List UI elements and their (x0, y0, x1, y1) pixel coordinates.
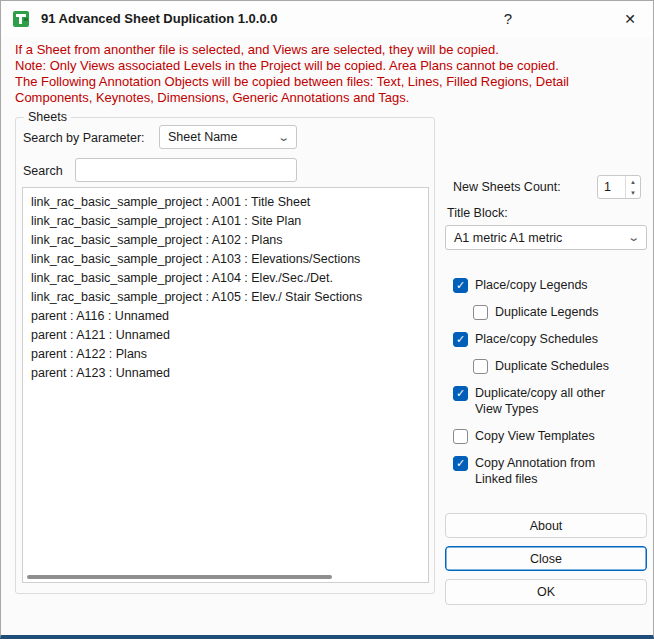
sheet-listbox[interactable]: link_rac_basic_sample_project : A001 : T… (22, 187, 429, 583)
spinner-buttons: ▲ ▼ (625, 176, 640, 198)
list-item[interactable]: parent : A122 : Plans (23, 344, 428, 363)
checkbox-checked-icon: ✓ (453, 386, 468, 401)
checkbox-duplicate-legends[interactable]: Duplicate Legends (473, 304, 649, 320)
notice-line-3: The Following Annotation Objects will be… (15, 74, 645, 106)
ok-button[interactable]: OK (445, 579, 647, 605)
chevron-down-icon: ⌄ (627, 231, 640, 244)
search-label: Search (23, 164, 63, 178)
checkbox-duplicate-schedules[interactable]: Duplicate Schedules (473, 358, 649, 374)
checkbox-checked-icon: ✓ (453, 456, 468, 471)
title-block-dropdown-value: A1 metric A1 metric (454, 231, 562, 245)
dialog-window: 91 Advanced Sheet Duplication 1.0.0.0 ? … (0, 0, 654, 639)
search-input[interactable] (75, 158, 297, 182)
notice-text: If a Sheet from anonther file is selecte… (15, 42, 645, 106)
title-bar: 91 Advanced Sheet Duplication 1.0.0.0 ? … (1, 1, 653, 37)
checkbox-checked-icon: ✓ (453, 332, 468, 347)
checkbox-copy-annotation-from-linked-files[interactable]: ✓Copy Annotation from Linked files (453, 455, 649, 487)
new-sheets-count-spinner[interactable]: 1 ▲ ▼ (597, 175, 641, 199)
sheet-list: link_rac_basic_sample_project : A001 : T… (23, 192, 428, 382)
parameter-dropdown[interactable]: Sheet Name ⌄ (159, 125, 297, 149)
checkbox-label: Copy View Templates (475, 428, 595, 444)
chevron-down-icon: ⌄ (277, 131, 290, 144)
list-item[interactable]: parent : A123 : Unnamed (23, 363, 428, 382)
checkbox-label: Copy Annotation from Linked files (475, 455, 627, 487)
list-item[interactable]: link_rac_basic_sample_project : A105 : E… (23, 287, 428, 306)
checkbox-unchecked-icon (453, 429, 468, 444)
parameter-dropdown-value: Sheet Name (168, 130, 237, 144)
checkbox-label: Place/copy Legends (475, 277, 588, 293)
new-sheets-count-value: 1 (598, 176, 625, 198)
scrollbar-thumb[interactable] (27, 575, 332, 579)
window-title: 91 Advanced Sheet Duplication 1.0.0.0 (41, 11, 278, 26)
notice-line-1: If a Sheet from anonther file is selecte… (15, 42, 645, 58)
checkbox-unchecked-icon (473, 305, 488, 320)
list-item[interactable]: parent : A116 : Unnamed (23, 306, 428, 325)
checkbox-place-copy-schedules[interactable]: ✓Place/copy Schedules (453, 331, 649, 347)
checkbox-place-copy-legends[interactable]: ✓Place/copy Legends (453, 277, 649, 293)
spinner-down-icon[interactable]: ▼ (626, 187, 640, 198)
checkbox-duplicate-copy-all-other-view-types[interactable]: ✓Duplicate/copy all other View Types (453, 385, 649, 417)
app-icon (13, 10, 31, 28)
notice-line-2: Note: Only Views associated Levels in th… (15, 58, 645, 74)
checkbox-copy-view-templates[interactable]: Copy View Templates (453, 428, 649, 444)
checkbox-label: Place/copy Schedules (475, 331, 598, 347)
list-item[interactable]: parent : A121 : Unnamed (23, 325, 428, 344)
list-item[interactable]: link_rac_basic_sample_project : A101 : S… (23, 211, 428, 230)
help-button[interactable]: ? (487, 1, 529, 36)
window-close-button[interactable]: ✕ (609, 1, 651, 36)
new-sheets-count-label: New Sheets Count: (453, 180, 561, 194)
checkbox-list: ✓Place/copy LegendsDuplicate Legends✓Pla… (453, 277, 649, 487)
list-item[interactable]: link_rac_basic_sample_project : A104 : E… (23, 268, 428, 287)
checkbox-label: Duplicate/copy all other View Types (475, 385, 627, 417)
spinner-up-icon[interactable]: ▲ (626, 176, 640, 187)
title-block-label: Title Block: (447, 206, 508, 220)
list-item[interactable]: link_rac_basic_sample_project : A103 : E… (23, 249, 428, 268)
list-item[interactable]: link_rac_basic_sample_project : A102 : P… (23, 230, 428, 249)
title-block-dropdown[interactable]: A1 metric A1 metric ⌄ (445, 225, 647, 250)
checkbox-label: Duplicate Schedules (495, 358, 609, 374)
checkbox-unchecked-icon (473, 359, 488, 374)
list-item[interactable]: link_rac_basic_sample_project : A001 : T… (23, 192, 428, 211)
search-by-parameter-label: Search by Parameter: (23, 131, 145, 145)
about-button[interactable]: About (445, 513, 647, 538)
checkbox-label: Duplicate Legends (495, 304, 599, 320)
horizontal-scrollbar[interactable] (25, 574, 426, 580)
checkbox-checked-icon: ✓ (453, 278, 468, 293)
close-button[interactable]: Close (445, 546, 647, 571)
sheets-group-title: Sheets (24, 110, 71, 124)
